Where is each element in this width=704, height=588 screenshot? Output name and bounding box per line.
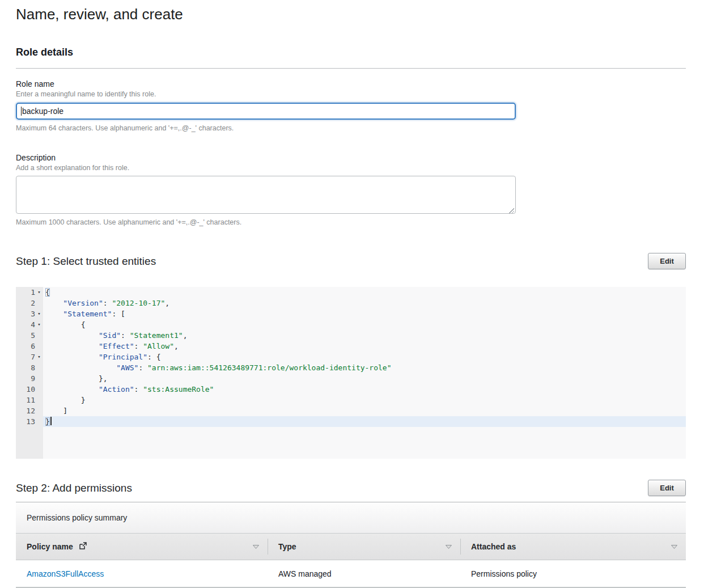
text-cursor xyxy=(21,107,22,116)
description-hint: Add a short explanation for this role. xyxy=(16,164,686,172)
column-header-policy-name[interactable]: Policy name xyxy=(16,534,268,560)
line-number[interactable]: 1▾ xyxy=(16,287,43,298)
page-title: Name, review, and create xyxy=(16,6,686,23)
table-row: AmazonS3FullAccess AWS managed Permissio… xyxy=(16,560,686,588)
policy-type-cell: AWS managed xyxy=(268,569,460,578)
role-name-input-wrap xyxy=(16,103,516,120)
editor-gutter: 1▾23▾4▾567▾8910111213 xyxy=(16,287,43,459)
line-number[interactable]: 4▾ xyxy=(16,319,43,330)
sort-arrow-icon[interactable] xyxy=(252,542,260,551)
step1-edit-button[interactable]: Edit xyxy=(648,253,686,269)
code-line: "Statement": [ xyxy=(43,308,686,319)
policy-name-cell: AmazonS3FullAccess xyxy=(16,569,268,578)
table-header-row: Policy name Type Attached as xyxy=(16,534,686,560)
description-label: Description xyxy=(16,153,686,162)
role-name-constraint: Maximum 64 characters. Use alphanumeric … xyxy=(16,124,686,132)
sort-arrow-icon[interactable] xyxy=(671,542,678,551)
line-number: 11 xyxy=(16,395,43,405)
fold-caret-icon: ▾ xyxy=(35,287,43,298)
code-line: "Version": "2012-10-17", xyxy=(43,298,686,308)
code-line: "AWS": "arn:aws:iam::541263489771:role/w… xyxy=(43,362,686,373)
description-constraint: Maximum 1000 characters. Use alphanumeri… xyxy=(16,218,686,226)
role-name-label: Role name xyxy=(16,79,686,88)
line-number[interactable]: 3▾ xyxy=(16,308,43,319)
description-textarea[interactable] xyxy=(16,176,516,214)
sort-arrow-icon[interactable] xyxy=(445,542,452,551)
code-line: { xyxy=(43,287,686,298)
editor-cursor xyxy=(50,417,52,425)
permissions-table: Permissions policy summary Policy name T… xyxy=(16,502,686,588)
code-line: "Action": "sts:AssumeRole" xyxy=(43,384,686,395)
line-number: 2 xyxy=(16,298,43,308)
role-name-input[interactable] xyxy=(16,103,516,120)
role-details-heading: Role details xyxy=(16,46,686,58)
code-line: ] xyxy=(43,405,686,416)
code-line: }, xyxy=(43,373,686,384)
column-header-attached-as[interactable]: Attached as xyxy=(460,534,686,560)
permissions-summary-title: Permissions policy summary xyxy=(27,513,127,522)
policy-name-link[interactable]: AmazonS3FullAccess xyxy=(27,569,104,578)
role-details-section: Role details Role name Enter a meaningfu… xyxy=(16,46,686,226)
step2-header-row: Step 2: Add permissions Edit xyxy=(16,480,686,496)
editor-code-area: { "Version": "2012-10-17", "Statement": … xyxy=(43,287,686,459)
page-container: Name, review, and create Role details Ro… xyxy=(0,0,704,588)
code-line: } xyxy=(43,395,686,405)
attached-as-cell: Permissions policy xyxy=(460,569,686,578)
external-link-icon xyxy=(79,542,87,552)
step2-edit-button[interactable]: Edit xyxy=(648,480,686,496)
description-field: Description Add a short explanation for … xyxy=(16,153,686,226)
code-line: "Principal": { xyxy=(43,352,686,362)
line-number: 5 xyxy=(16,330,43,341)
code-line: "Effect": "Allow", xyxy=(43,341,686,352)
description-textarea-wrap xyxy=(16,172,516,216)
column-header-type[interactable]: Type xyxy=(268,534,460,560)
line-number: 8 xyxy=(16,362,43,373)
line-number: 13 xyxy=(16,416,43,427)
line-number: 12 xyxy=(16,405,43,416)
line-number: 6 xyxy=(16,341,43,352)
step2-heading: Step 2: Add permissions xyxy=(16,482,132,494)
step1-header-row: Step 1: Select trusted entities Edit xyxy=(16,253,686,269)
line-number: 9 xyxy=(16,373,43,384)
code-line: "Sid": "Statement1", xyxy=(43,330,686,341)
section-divider xyxy=(16,68,686,69)
line-number: 10 xyxy=(16,384,43,395)
role-name-field: Role name Enter a meaningful name to ide… xyxy=(16,79,686,132)
code-line: } xyxy=(43,416,686,427)
line-number[interactable]: 7▾ xyxy=(16,352,43,362)
fold-caret-icon: ▾ xyxy=(35,308,43,319)
fold-caret-icon: ▾ xyxy=(35,319,43,330)
fold-caret-icon: ▾ xyxy=(35,352,43,362)
code-line: { xyxy=(43,319,686,330)
trust-policy-code-editor[interactable]: 1▾23▾4▾567▾8910111213 { "Version": "2012… xyxy=(16,287,686,459)
step1-heading: Step 1: Select trusted entities xyxy=(16,255,156,268)
role-name-hint: Enter a meaningful name to identify this… xyxy=(16,90,686,98)
permissions-summary-header: Permissions policy summary xyxy=(16,502,686,534)
